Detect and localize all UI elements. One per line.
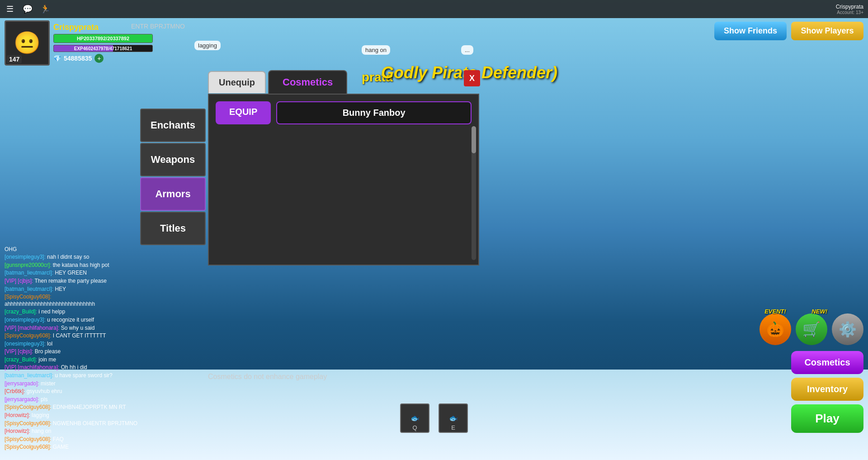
character-icon[interactable]: 🏃 [40, 4, 51, 14]
armors-button[interactable]: Armors [140, 177, 206, 211]
chat-name-10: [VIP] [machlifahonara]: [5, 325, 59, 331]
dialog-header: Unequip Cosmetics X [208, 70, 479, 94]
menu-icon[interactable]: ☰ [5, 4, 15, 14]
chat-msg-17: [jerrysargado]: mister [5, 380, 140, 388]
dialog-scrollbar[interactable] [472, 126, 476, 260]
chat-msg-12: [onesimpleguy3]: lol [5, 341, 140, 348]
show-friends-button[interactable]: Show Friends [714, 22, 787, 40]
exp-text: EXP 4602437978/471718621 [54, 45, 152, 52]
chat-name-6: [batman_lieutmarcl]: [5, 286, 53, 292]
player-avatar: 😐 147 [5, 20, 50, 66]
chat-msg-25: [SpisyCoolguy608]: GAME [5, 444, 140, 451]
chat-msg-13: [VIP] [cjbjs]: Bro please [5, 348, 140, 356]
chat-msg-9: [onesimpleguy3]: u recognize it urself [5, 317, 140, 324]
chat-name-16: [batman_lieutmarcl]: [5, 372, 53, 379]
show-players-button[interactable]: Show Players [791, 22, 863, 40]
chat-name-23: [Horowitz]: [5, 428, 30, 434]
player-stats: Crispyprata HP 20337892/20337892 EXP 460… [53, 20, 153, 63]
settings-icon: ⚙️ [839, 321, 857, 338]
chat-bubble-dots: ... [461, 45, 473, 55]
chat-bubble-hang: hang on [362, 45, 390, 55]
jewel-plus-button[interactable]: + [94, 54, 104, 63]
titles-button[interactable]: Titles [140, 212, 206, 245]
dialog-title-tab: Cosmetics [268, 70, 347, 94]
chat-name-22: [SpisyCoolguy608]: [5, 420, 51, 427]
quick-slot-e[interactable]: 🐟 E [439, 403, 468, 433]
chat-name-11: [SpisyCoolguy608]: [5, 332, 51, 339]
hp-label: HP [77, 36, 84, 41]
chat-msg-23: [Horowitz]: hang on [5, 428, 140, 435]
chat-name-18: [Crb6tk]: [5, 388, 25, 394]
level-badge: 147 [7, 55, 22, 63]
chat-msg-11: [SpisyCoolguy608]: I CANT GET ITTTTTT [5, 332, 140, 340]
jewel-icon: 💎 [53, 55, 61, 62]
chat-msg-3: [gunsnpre20000cr]: the katana has high p… [5, 262, 140, 269]
chat-msg-4: [batman_lieutmarcl]: HEY GREEN [5, 270, 140, 277]
close-button[interactable]: X [464, 70, 480, 86]
chat-msg-15: [VIP] [machlifahonara]: Oh hh i did [5, 364, 140, 371]
jewel-count: 54885835 [64, 55, 92, 62]
jewel-row: 💎 54885835 + [53, 54, 153, 63]
unequip-button[interactable]: Unequip [208, 71, 266, 93]
settings-button[interactable]: ⚙️ [832, 313, 863, 345]
chat-name-19: [jerrysargado]: [5, 396, 39, 403]
right-game-buttons: EVENT! 🎃 NEW! 🛒 ⚙️ Cosmetics Inventory P… [760, 313, 863, 433]
dialog-body: EQUIP Bunny Fanboy [208, 94, 479, 266]
chat-msg-1: OHG [5, 246, 140, 253]
cosmetics-game-button[interactable]: Cosmetics [791, 351, 863, 374]
chat-msg-14: [crazy_Build]: join me [5, 356, 140, 364]
chat-msg-24: [SpisyCoolguy608]: FAQ [5, 436, 140, 443]
exp-label: EXP [74, 46, 83, 51]
top-bar: ☰ 💬 🏃 Crispyprata Account: 13+ [0, 0, 868, 18]
chat-name-2: [onesimpleguy3]: [5, 254, 46, 260]
event-shop-row: EVENT! 🎃 NEW! 🛒 ⚙️ [760, 313, 863, 345]
chat-name-20: [SpisyCoolguy608]: [5, 404, 51, 410]
equip-button[interactable]: EQUIP [216, 101, 271, 124]
chat-msg-16: [batman_lieutmarcl]: u have spare sword … [5, 372, 140, 379]
play-button[interactable]: Play [791, 404, 863, 433]
chat-name-5: [VIP] [cjbjs]: [5, 278, 33, 284]
account-info-area: Crispyprata Account: 13+ [836, 0, 863, 18]
quick-slot-e-label: E [451, 424, 455, 431]
chat-msg-2: [onesimpleguy3]: nah l didnt say so [5, 254, 140, 261]
chat-icon[interactable]: 💬 [22, 4, 33, 14]
inventory-button[interactable]: Inventory [791, 378, 863, 401]
chat-name-9: [onesimpleguy3]: [5, 317, 46, 323]
top-right-buttons: Show Friends Show Players [714, 22, 863, 40]
cosmetics-dialog: Unequip Cosmetics X EQUIP Bunny Fanboy [208, 70, 479, 266]
event-icon: 🎃 [766, 321, 784, 338]
chat-msg-20: [SpisyCoolguy608]: EDNHBN4EJOPRPTK MN RT [5, 404, 140, 411]
dialog-scrollbar-thumb[interactable] [472, 126, 476, 153]
chat-name-12: [onesimpleguy3]: [5, 341, 46, 347]
quick-slots: 🐟 Q 🐟 E [400, 403, 468, 433]
item-name-display: Bunny Fanboy [276, 101, 472, 124]
new-label: NEW! [811, 308, 827, 315]
chat-msg-10: [VIP] [machlifahonara]: So why u said [5, 325, 140, 332]
chat-bubble-lagging: lagging [194, 41, 221, 50]
floating-text-hang: hang on [362, 45, 390, 57]
chat-msg-18: [Crb6tk]: gsyuvhub ehru [5, 388, 140, 395]
account-name: Crispyprata [836, 4, 863, 10]
floating-text-area: lagging [194, 41, 221, 52]
chat-name-17: [jerrysargado]: [5, 380, 39, 387]
shop-button[interactable]: NEW! 🛒 [796, 313, 827, 345]
chat-text-1: OHG [5, 246, 17, 252]
chat-name-21: [Horowitz]: [5, 412, 30, 418]
sidebar-menu: Enchants Weapons Armors Titles [140, 109, 206, 245]
chat-name-13: [VIP] [cjbjs]: [5, 348, 33, 355]
event-label: EVENT! [764, 308, 786, 315]
account-info: Crispyprata Account: 13+ [836, 4, 863, 15]
hp-value: 20337892/20337892 [84, 36, 129, 41]
exp-value: 4602437978/471718621 [83, 46, 132, 51]
chat-name-3: [gunsnpre20000cr]: [5, 262, 51, 268]
event-button[interactable]: EVENT! 🎃 [760, 313, 791, 345]
weapons-button[interactable]: Weapons [140, 143, 206, 176]
quick-slot-e-item: 🐟 [449, 414, 458, 422]
chat-msg-6: [batman_lieutmarcl]: HEY [5, 286, 140, 293]
shop-icon: 🛒 [802, 321, 821, 338]
quick-slot-q[interactable]: 🐟 Q [400, 403, 429, 433]
dialog-actions: EQUIP Bunny Fanboy [216, 101, 472, 124]
cosmetics-note: Cosmetics do not enhance gameplay [208, 373, 327, 381]
player-name: Crispyprata [53, 23, 153, 32]
enchants-button[interactable]: Enchants [140, 109, 206, 142]
